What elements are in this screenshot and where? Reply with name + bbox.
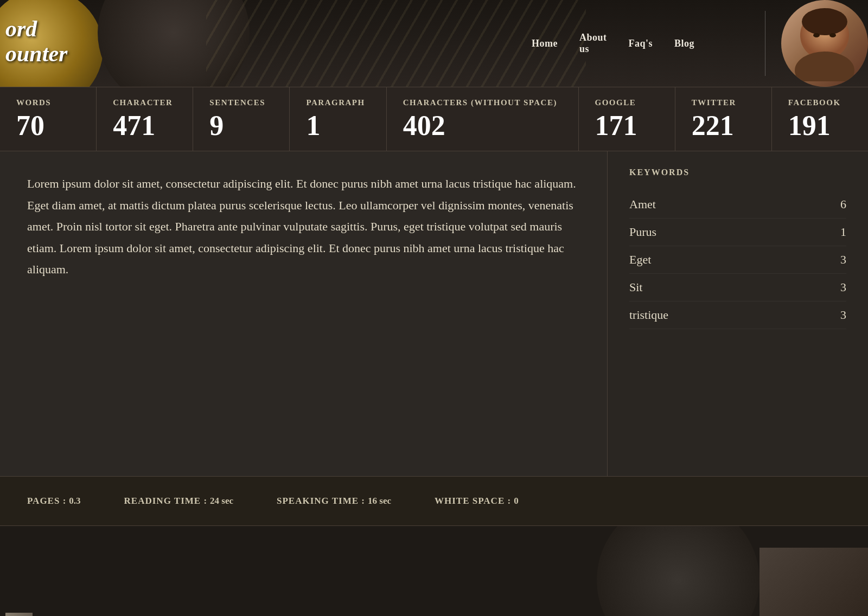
- keyword-word-tristique: tristique: [629, 308, 668, 322]
- main-text-content: Lorem ipsum dolor sit amet, consectetur …: [27, 173, 580, 280]
- svg-point-3: [813, 33, 820, 37]
- logo-text: ord ounter: [5, 16, 67, 66]
- stat-words-label: WORDS: [16, 98, 80, 107]
- footer-stat-reading-time: READING TIME : 24 sec: [124, 496, 233, 506]
- avatar: [781, 0, 868, 87]
- stat-words-value: 70: [16, 112, 80, 140]
- keyword-row-sit: Sit 3: [629, 274, 846, 301]
- stat-character: CHARACTER 471: [97, 87, 193, 151]
- logo-line2: ounter: [5, 41, 67, 66]
- keyword-row-amet: Amet 6: [629, 191, 846, 219]
- stat-words: WORDS 70: [0, 87, 97, 151]
- stat-sentences: SENTENCES 9: [193, 87, 290, 151]
- stat-character-value: 471: [113, 112, 176, 140]
- text-area[interactable]: Lorem ipsum dolor sit amet, consectetur …: [0, 151, 608, 476]
- footer-reading-value: 24 sec: [210, 496, 233, 506]
- header-stripes-decoration: [206, 0, 586, 87]
- nav-divider: [765, 11, 765, 76]
- stat-character-label: CHARACTER: [113, 98, 176, 107]
- stat-paragraph: PARAGRAPH 1: [290, 87, 386, 151]
- keywords-panel: KEYWORDS Amet 6 Purus 1 Eget 3 Sit 3 tri…: [608, 151, 868, 476]
- keyword-row-eget: Eget 3: [629, 246, 846, 274]
- footer-stat-pages: PAGES : 0.3: [27, 496, 81, 506]
- avatar-image: [781, 0, 868, 87]
- logo-line1: ord: [5, 16, 67, 41]
- keyword-count-eget: 3: [840, 253, 846, 267]
- bottom-right-circle: [597, 526, 760, 616]
- svg-point-2: [802, 8, 847, 35]
- keyword-word-sit: Sit: [629, 280, 642, 294]
- nav: Home About us Faq's Blog: [532, 32, 694, 55]
- keyword-count-tristique: 3: [840, 308, 846, 322]
- stat-chars-no-space-label: CHARACTERS (Without Space): [403, 98, 562, 107]
- stat-paragraph-value: 1: [306, 112, 369, 140]
- stat-google: GOOGLE 171: [579, 87, 675, 151]
- header: ord ounter Home About us Faq's Blog: [0, 0, 868, 87]
- logo-area: ord ounter: [0, 0, 108, 87]
- stat-google-value: 171: [595, 112, 659, 140]
- keywords-title: KEYWORDS: [629, 168, 846, 177]
- stat-google-label: GOOGLE: [595, 98, 659, 107]
- stat-twitter-value: 221: [692, 112, 755, 140]
- nav-home[interactable]: Home: [532, 38, 558, 49]
- keyword-row-tristique: tristique 3: [629, 301, 846, 329]
- stat-twitter-label: TWITTER: [692, 98, 755, 107]
- keyword-count-amet: 6: [840, 197, 846, 211]
- stat-facebook-value: 191: [788, 112, 852, 140]
- stat-twitter: TWITTER 221: [675, 87, 772, 151]
- footer-whitespace-value: 0: [514, 496, 519, 506]
- footer-stats: PAGES : 0.3 READING TIME : 24 sec SPEAKI…: [0, 477, 868, 526]
- stat-chars-no-space-value: 402: [403, 112, 562, 140]
- bottom-decoration-area: [0, 526, 868, 616]
- stat-paragraph-label: PARAGRAPH: [306, 98, 369, 107]
- main-content: Lorem ipsum dolor sit amet, consectetur …: [0, 151, 868, 477]
- stat-facebook: FACEBOOK 191: [772, 87, 868, 151]
- footer-stat-white-space: WHITE SPACE : 0: [435, 496, 519, 506]
- footer-whitespace-label: WHITE SPACE :: [435, 496, 511, 506]
- nav-blog[interactable]: Blog: [674, 38, 694, 49]
- svg-point-1: [795, 52, 854, 81]
- stat-chars-no-space: CHARACTERS (Without Space) 402: [387, 87, 579, 151]
- keyword-count-purus: 1: [840, 225, 846, 239]
- nav-about-us[interactable]: About us: [579, 32, 607, 55]
- keyword-word-amet: Amet: [629, 197, 656, 211]
- svg-point-4: [829, 33, 836, 37]
- bottom-left-decoration: [0, 591, 54, 616]
- stats-bar: WORDS 70 CHARACTER 471 SENTENCES 9 PARAG…: [0, 87, 868, 151]
- footer-speaking-label: SPEAKING TIME :: [277, 496, 365, 506]
- keyword-row-purus: Purus 1: [629, 219, 846, 246]
- keyword-count-sit: 3: [840, 280, 846, 294]
- stat-sentences-label: SENTENCES: [209, 98, 273, 107]
- nav-faqs[interactable]: Faq's: [628, 38, 653, 49]
- footer-speaking-value: 16 sec: [368, 496, 391, 506]
- keyword-word-eget: Eget: [629, 253, 651, 267]
- small-cube-icon: [5, 613, 33, 616]
- footer-reading-label: READING TIME :: [124, 496, 207, 506]
- footer-stat-speaking-time: SPEAKING TIME : 16 sec: [277, 496, 391, 506]
- bottom-far-right-decoration: [760, 548, 868, 616]
- stat-sentences-value: 9: [209, 112, 273, 140]
- keyword-word-purus: Purus: [629, 225, 656, 239]
- stat-facebook-label: FACEBOOK: [788, 98, 852, 107]
- footer-pages-label: PAGES :: [27, 496, 66, 506]
- footer-pages-value: 0.3: [69, 496, 80, 506]
